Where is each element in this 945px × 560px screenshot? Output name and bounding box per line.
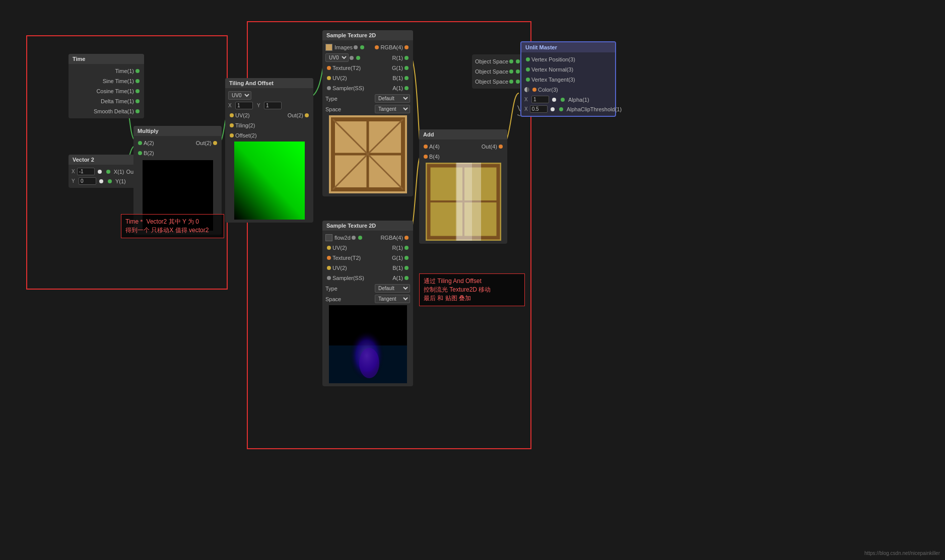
tex1-space-select[interactable]: Tangent <box>375 105 410 113</box>
tex1-uv-port2 <box>356 56 360 60</box>
svg-rect-17 <box>457 163 472 241</box>
unlit-body: Vertex Position(3) Vertex Normal(3) Vert… <box>521 52 615 116</box>
time-out-label: Time(1) <box>115 68 134 74</box>
tex1-uv-in <box>327 76 331 80</box>
delta-output-row: Delta Time(1) <box>69 96 144 106</box>
tex2-texture-in <box>327 256 331 260</box>
unlit-x1-port2 <box>561 98 565 102</box>
vector2-x-input[interactable] <box>77 168 95 175</box>
unlit-x1-input[interactable] <box>531 96 549 103</box>
tiling-y-label: Y <box>257 103 262 108</box>
tex1-rgba-port <box>375 45 379 49</box>
tex2-g-port <box>404 256 409 260</box>
tex2-type-select[interactable]: Default <box>375 284 410 293</box>
unlit-x1-label: X <box>524 97 529 102</box>
svg-point-11 <box>359 348 379 378</box>
tiling-y-input[interactable] <box>264 102 282 109</box>
tex2-type-row: Type Default <box>322 283 413 294</box>
tiling-uv-in-label: UV(2) <box>235 112 250 118</box>
tex2-images-row: flow2d RGBA(4) <box>322 233 413 243</box>
add-a-row: A(4) Out(4) <box>419 142 507 152</box>
tiling-out-port <box>305 113 309 117</box>
sine-out-label: Sine Time(1) <box>103 78 134 84</box>
time-node-header: Time <box>69 54 144 64</box>
tex2-uv-in-label2: UV(2) <box>332 265 347 271</box>
tiling-uv-row: UV0 UV1 <box>225 90 313 101</box>
tex2-images-label: flow2d <box>334 235 351 241</box>
object-space-body: Object Space Object Space Object Space <box>472 54 527 89</box>
time-out-port <box>136 69 140 73</box>
tiling-node: Tiling And Offset UV0 UV1 X Y UV(2) Out(… <box>225 78 313 223</box>
cosine-out-port <box>136 89 140 93</box>
unlit-vpos-label: Vertex Position(3) <box>531 56 575 62</box>
obj-space-2-port2 <box>516 69 520 74</box>
time-node: Time Time(1) Sine Time(1) Cosine Time(1)… <box>69 54 144 118</box>
vector2-y-input[interactable] <box>79 177 96 185</box>
tex2-sampler-label: Sampler(SS) <box>332 275 364 281</box>
tex2-space-select[interactable]: Tangent <box>375 295 410 303</box>
tex1-b-label: B(1) <box>392 75 403 81</box>
unlit-x2-input[interactable] <box>530 105 548 113</box>
tex1-rgba-out <box>404 45 409 49</box>
tex1-space-row: Space Tangent <box>322 104 413 114</box>
y-label: Y <box>72 178 77 184</box>
multiply-header: Multiply <box>133 126 222 136</box>
unlit-x1-row: X Alpha(1) <box>521 95 615 104</box>
tex1-a-label: A(1) <box>392 85 403 91</box>
tex1-images-port1 <box>354 45 358 49</box>
vector2-y-out-label: Y(1) <box>115 178 126 184</box>
tex1-r-label: R(1) <box>392 55 403 61</box>
unlit-vtang-in <box>526 78 530 82</box>
smooth-out-label: Smooth Delta(1) <box>94 108 134 114</box>
unlit-vnorm-label: Vertex Normal(3) <box>531 66 573 73</box>
obj-space-1-port2 <box>516 59 520 63</box>
tex2-images-port1 <box>352 236 356 240</box>
obj-space-3-row: Object Space <box>472 77 527 87</box>
tiling-offset-row: Offset(2) <box>225 130 313 141</box>
tex2-space-label: Space <box>325 296 341 302</box>
tex1-color-swatch <box>325 44 332 51</box>
tiling-offset-label: Offset(2) <box>235 132 257 138</box>
unlit-vtang-label: Vertex Tangent(3) <box>531 77 575 83</box>
unlit-vertex-norm-row: Vertex Normal(3) <box>521 64 615 75</box>
multiply-out-label: Out(2) <box>196 140 212 146</box>
obj-space-1-row: Object Space <box>472 56 527 66</box>
tiling-uv-select[interactable]: UV0 UV1 <box>228 91 251 100</box>
tex1-uv-port1 <box>350 56 354 60</box>
tiling-preview <box>234 142 305 220</box>
sine-output-row: Sine Time(1) <box>69 76 144 86</box>
multiply-b-in-port <box>138 151 142 155</box>
watermark: https://blog.csdn.net/nicepainkiller <box>864 550 940 556</box>
tex1-uv-row: UV0 R(1) <box>322 52 413 63</box>
tiling-x-input[interactable] <box>235 102 253 109</box>
sample-texture1-body: Images RGBA(4) UV0 R(1) Texture(T2) G(1) <box>322 40 413 196</box>
smooth-output-row: Smooth Delta(1) <box>69 106 144 116</box>
tex2-uv-in <box>327 246 331 250</box>
obj-space-2-row: Object Space <box>472 66 527 77</box>
tex2-images-port2 <box>358 236 362 240</box>
vector2-x-in-port <box>98 170 102 174</box>
tex1-uv-in-label: UV(2) <box>332 75 347 81</box>
delta-out-port <box>136 99 140 103</box>
tiling-uv-in-port <box>230 113 234 117</box>
unlit-vnorm-in <box>526 67 530 72</box>
obj-space-2-port1 <box>509 69 513 74</box>
tiling-annotation-text: 通过 Tiling And Offset 控制流光 Texture2D 移动 最… <box>424 277 491 302</box>
tex1-uv-select[interactable]: UV0 <box>325 53 349 62</box>
tex1-texture-row: Texture(T2) G(1) <box>322 63 413 73</box>
obj-space-3-label: Object Space <box>475 79 508 85</box>
tex1-type-select[interactable]: Default <box>375 94 410 103</box>
tiling-uv-in-row: UV(2) Out(2) <box>225 110 313 120</box>
tex2-uv-in-row2: UV(2) B(1) <box>322 263 413 273</box>
tex1-a-port <box>404 86 409 90</box>
vector2-y-out-port <box>108 179 112 183</box>
tiling-out-label: Out(2) <box>288 112 303 118</box>
tex1-images-port2 <box>360 45 364 49</box>
multiply-a-in-port <box>138 141 142 145</box>
unlit-vpos-in <box>526 57 530 61</box>
add-a-label: A(4) <box>429 144 440 150</box>
tex1-type-label: Type <box>325 96 337 102</box>
unlit-alpha-label: Alpha(1) <box>568 97 589 103</box>
tex2-sampler-in <box>327 276 331 280</box>
tex1-g-port <box>404 66 409 70</box>
